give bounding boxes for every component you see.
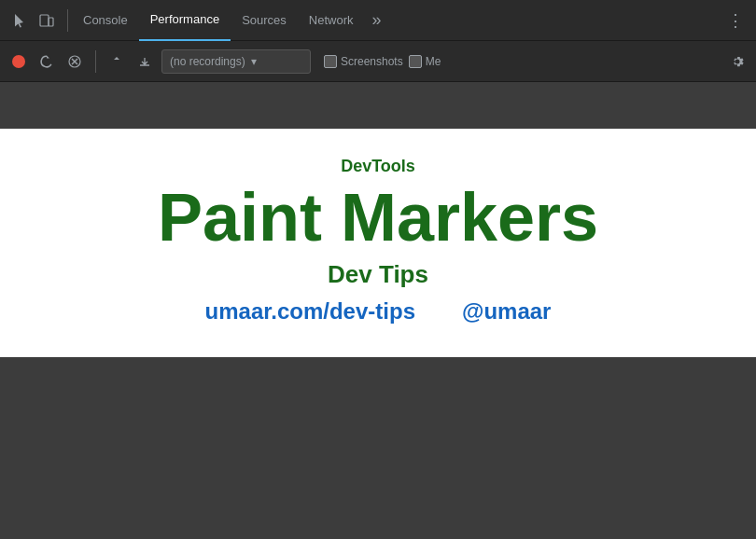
tab-performance[interactable]: Performance [139, 0, 231, 41]
tab-sources[interactable]: Sources [231, 0, 298, 41]
settings-button[interactable] [726, 50, 749, 73]
stop-button[interactable] [63, 50, 86, 73]
screenshots-toggle[interactable]: Screenshots [324, 55, 403, 68]
dropdown-arrow-icon: ▾ [251, 55, 257, 68]
svg-rect-0 [40, 15, 49, 26]
rec-divider-1 [95, 50, 96, 73]
svg-rect-5 [327, 58, 334, 65]
devtools-menu-button[interactable]: ⋮ [722, 7, 749, 34]
website-link[interactable]: umaar.com/dev-tips [205, 298, 415, 325]
toolbar-tabs: Console Performance Sources Network » [72, 0, 389, 41]
screenshots-label: Screenshots [341, 55, 403, 68]
record-circle-icon [12, 55, 25, 68]
main-content-card: DevTools Paint Markers Dev Tips umaar.co… [0, 129, 756, 357]
memory-checkbox[interactable] [409, 55, 422, 68]
download-button[interactable] [133, 50, 156, 73]
devtools-label: DevTools [341, 157, 415, 176]
recordings-dropdown[interactable]: (no recordings) ▾ [161, 49, 311, 74]
device-icon[interactable] [35, 9, 58, 32]
record-button[interactable] [7, 50, 30, 73]
memory-toggle[interactable]: Me [409, 55, 441, 68]
screenshots-checkbox[interactable] [324, 55, 337, 68]
svg-rect-6 [412, 58, 419, 65]
dev-tips-subtitle: Dev Tips [328, 260, 428, 289]
more-tabs-button[interactable]: » [365, 10, 389, 30]
tab-console[interactable]: Console [72, 0, 139, 41]
cursor-icon[interactable] [9, 9, 32, 32]
memory-label: Me [426, 55, 441, 68]
reload-button[interactable] [35, 50, 58, 73]
devtools-tab-bar: Console Performance Sources Network » ⋮ [0, 0, 756, 41]
toolbar-divider-1 [67, 9, 68, 32]
tab-network[interactable]: Network [298, 0, 365, 41]
no-recordings-text: (no recordings) [170, 55, 245, 68]
links-row: umaar.com/dev-tips @umaar [205, 298, 552, 325]
dark-section-top [0, 82, 756, 129]
upload-button[interactable] [105, 50, 128, 73]
twitter-link[interactable]: @umaar [462, 298, 551, 325]
recording-toolbar: (no recordings) ▾ Screenshots Me [0, 41, 756, 82]
toolbar-icon-group [4, 9, 63, 32]
page-title: Paint Markers [158, 184, 598, 251]
svg-rect-1 [49, 18, 53, 26]
